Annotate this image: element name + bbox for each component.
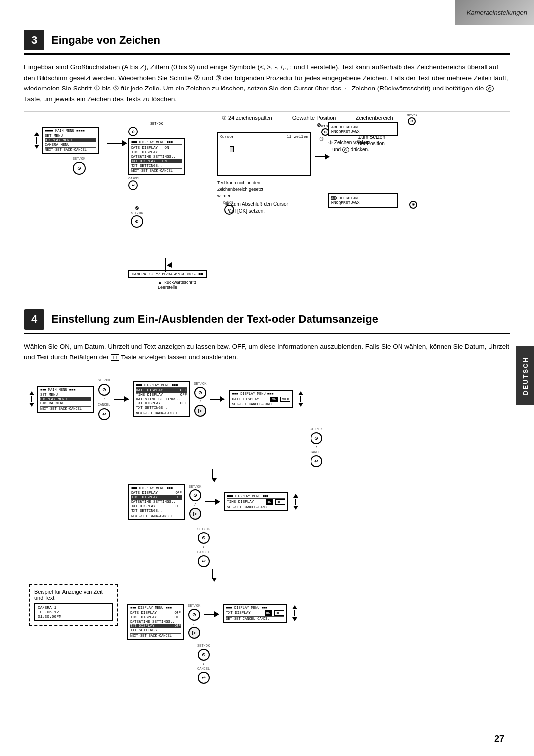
final-cancel[interactable]: ↩ [198, 672, 210, 684]
down-arrows-final: SET/OK ⊙ / CANCEL ↩ [197, 644, 505, 684]
section3-heading: 3 Eingabe von Zeichen [24, 30, 510, 55]
arrow1 [107, 140, 127, 146]
row1-main-menu: ■■■ MAIN MENU ■■■ SET MENU DISPLAY MENU … [29, 386, 94, 413]
diag4-row3: Beispiel für Anzeige von Zeit und Text C… [29, 584, 505, 640]
row2-display-menu: ■■■ DISPLAY MENU ■■■ DATE DISPLAYOFF TIM… [128, 484, 185, 520]
row1-result-menu: ■■■ DISPLAY MENU ■■■ DATE DISPLAY ON OFF… [229, 390, 303, 408]
setok-btn2[interactable]: ⊙ [128, 127, 138, 136]
section3-diagram: ■■■■ MAIN MENU ■■■■ SET MENU DISPLAY MEN… [24, 111, 510, 299]
down-cancel1[interactable]: ↩ [311, 455, 322, 467]
r1-setok[interactable]: ⊙ [98, 384, 110, 396]
step1-annotation [222, 123, 222, 133]
section3-title: Eingabe von Zeichen [51, 34, 160, 46]
section4-body: Wählen Sie ON, um Datum, Uhrzeit und Tex… [24, 341, 510, 362]
deutsch-tab: DEUTSCH [516, 346, 534, 405]
down-arrows-1: SET/OK ⊙ / CANCEL ↩ [128, 427, 505, 467]
r3-nav: ▷ [188, 627, 200, 639]
r2-setok[interactable]: ⊙ [189, 489, 201, 501]
r3-setok[interactable]: ⊙ [188, 609, 200, 621]
down-setok2[interactable]: ⊙ [198, 532, 210, 544]
backspace-arrow [165, 258, 172, 272]
diag4-row2: ■■■ DISPLAY MENU ■■■ DATE DISPLAYOFF TIM… [128, 484, 505, 520]
section3-number: 3 [24, 30, 44, 50]
r2-nav: ▷ [189, 508, 201, 520]
down-cancel2[interactable]: ↩ [198, 555, 210, 567]
section4-number: 4 [24, 309, 44, 330]
row2-result-menu: ■■■ DISPLAY MENU ■■■ TIME DISPLAY ON OFF… [224, 492, 298, 511]
example-label: Beispiel für Anzeige von Zeit und Text [34, 589, 113, 601]
section4-diagram: ■■■ MAIN MENU ■■■ SET MENU DISPLAY MENU … [24, 370, 510, 694]
setok-char[interactable]: ⊙ [408, 117, 416, 125]
row1-display-menu: ■■■ DISPLAY MENU ■■■ DATE DISPLAYOFF TIM… [133, 381, 190, 417]
example-screen: CAMERA 1 '00.06.12 01:30:00PM [34, 603, 113, 621]
section4-heading: 4 Einstellung zum Ein-/Ausblenden der Te… [24, 309, 510, 334]
header-tab: Kameraeinstellungen [455, 0, 534, 25]
cancel-btn1[interactable]: ↩ [128, 180, 138, 190]
section3-body: Eingebbar sind Großbuchstaben (A bis Z),… [24, 62, 510, 104]
example-box: Beispiel für Anzeige von Zeit und Text C… [29, 584, 118, 626]
char-set-area: ③ SET/OK ⊙ ABCDEFGHIJKLMNOQPRSTUVWX ③ Ze… [328, 122, 398, 208]
step4-label: ④ Zum Abschluß den Cursor auf [OK] setze… [225, 201, 288, 215]
deutsch-label: DEUTSCH [522, 357, 529, 395]
header-label: Kameraeinstellungen [467, 9, 527, 16]
char-icon: ☀ [409, 201, 417, 209]
setok-btn1[interactable]: ⊙ [73, 162, 86, 175]
r1-setok2[interactable]: ⊙ [194, 387, 206, 399]
arrow2 [315, 154, 330, 160]
setok-btn5[interactable]: ⊙ [131, 215, 143, 228]
main-menu-box: ■■■■ MAIN MENU ■■■■ SET MENU DISPLAY MEN… [42, 127, 99, 154]
row3-result-menu: ■■■ DISPLAY MENU ■■■ TXT DISPLAY ON OFF … [223, 604, 297, 623]
final-setok[interactable]: ⊙ [198, 649, 210, 661]
camera-bar-section3: CAMERA 1☆ YZO123456789 <>/-.■■ ▲ Rückwär… [128, 270, 207, 290]
v-connector1 [212, 469, 505, 482]
r1-nav: ▷ [194, 405, 206, 417]
section4-title: Einstellung zum Ein-/Ausblenden der Text… [51, 313, 378, 326]
display-menu-panel: SET/OK ⊙ ■■■ DISPLAY MENU ■■■ DATE DISPL… [128, 122, 185, 190]
v-connector2 [212, 569, 505, 582]
down-arrows-2: SET/OK ⊙ / CANCEL ↩ [197, 527, 505, 567]
r1-cancel[interactable]: ↩ [98, 408, 110, 420]
column-labels: ① 24 zeichenspalten Gewählte Position Ze… [222, 115, 393, 121]
row3-display-menu: ■■■ DISPLAY MENU ■■■ DATE DISPLAYOFF TIM… [127, 604, 184, 640]
diag4-row1: ■■■ MAIN MENU ■■■ SET MENU DISPLAY MENU … [29, 378, 505, 420]
down-setok1[interactable]: ⊙ [311, 432, 322, 444]
main-menu-panel: ■■■■ MAIN MENU ■■■■ SET MENU DISPLAY MEN… [34, 127, 99, 175]
nav-arrows-left [34, 132, 39, 149]
page-number: 27 [494, 734, 504, 744]
page-content: 3 Eingabe von Zeichen Eingebbar sind Gro… [0, 30, 534, 724]
